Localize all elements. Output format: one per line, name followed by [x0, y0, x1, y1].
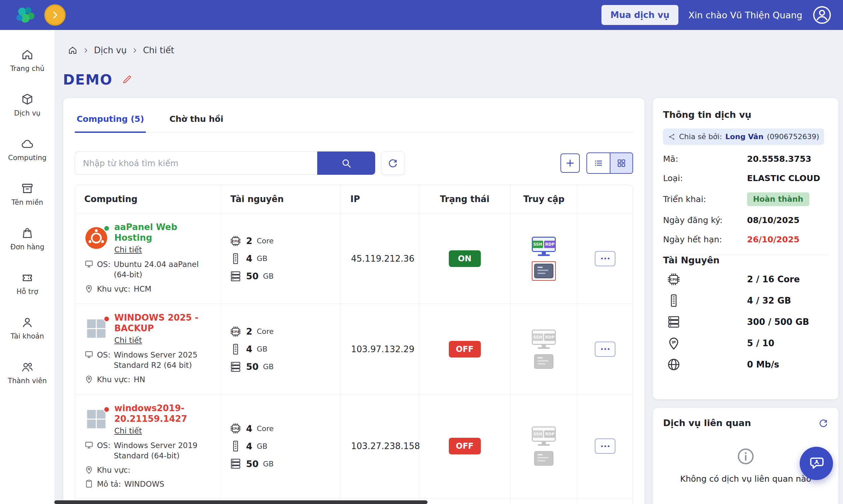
disk-icon [229, 457, 242, 470]
ram-unit: GB [257, 254, 267, 263]
vm-name-link[interactable]: WINDOWS 2025 - BACKUP [114, 312, 213, 334]
tab-label: Computing (5) [76, 114, 144, 124]
archive-icon [21, 182, 34, 195]
disk-quota: 300 / 500 GB [747, 317, 809, 327]
buy-service-button[interactable]: Mua dịch vụ [601, 5, 678, 25]
services-table: Computing Tài nguyên IP Trạng thái Truy … [75, 185, 633, 504]
ram-icon [229, 252, 242, 265]
field-label: Loại: [663, 174, 747, 183]
vm-detail-link[interactable]: Chi tiết [114, 427, 142, 435]
chat-support-button[interactable] [800, 447, 833, 480]
os-value: Windows Server 2025 Standard R2 (64 bit) [114, 350, 212, 371]
list-view-button[interactable] [587, 153, 610, 173]
vm-detail-link[interactable]: Chi tiết [114, 336, 142, 344]
edit-title-button[interactable] [121, 74, 133, 85]
bandwidth-quota: 0 Mb/s [747, 360, 779, 370]
search-input[interactable] [75, 151, 317, 175]
refresh-button[interactable] [381, 151, 405, 175]
vm-os-row: OS: Windows Server 2025 Standard R2 (64 … [84, 350, 213, 371]
bag-icon [21, 227, 34, 240]
right-column: Thông tin dịch vụ Chia sẻ bởi: Long Vân … [653, 98, 839, 504]
status-badge: ON [449, 250, 481, 267]
tab-cho-thu-hoi[interactable]: Chờ thu hồi [167, 107, 225, 132]
cpu-value: 4 [246, 424, 253, 434]
search-icon [341, 158, 352, 169]
avatar-icon [812, 5, 832, 25]
service-info-title: Thông tin dịch vụ [663, 109, 828, 120]
tab-computing[interactable]: Computing (5) [75, 107, 146, 132]
resource-row: 4 / 32 GB [663, 293, 828, 308]
row-actions-button[interactable] [595, 342, 615, 357]
deployment-status-badge: Hoàn thành [747, 193, 809, 206]
topbar: Mua dịch vụ Xin chào Vũ Thiện Quang [0, 0, 843, 30]
ssh-rdp-access-icon[interactable]: SSHRDP [532, 237, 556, 256]
breadcrumb: Dịch vụ Chi tiết [63, 43, 839, 57]
vm-name-link[interactable]: aaPanel Web Hosting [114, 222, 213, 243]
breadcrumb-item-chi-tiet: Chi tiết [143, 45, 174, 55]
sidebar-item-ho-tro[interactable]: Hỗ trợ [0, 261, 55, 306]
table-row: WINDOWS 2025 - BACKUP Chi tiết OS: Windo… [75, 304, 633, 394]
monitor-icon [84, 440, 93, 450]
column-header-resources: Tài nguyên [221, 185, 341, 213]
access-cell: SSHRDP [511, 304, 578, 394]
ip-pin-icon [666, 336, 681, 350]
console-access-icon-disabled [534, 451, 553, 466]
table-row: windows2019-20.21159.1427 Chi tiết OS: W… [75, 394, 633, 498]
sidebar-item-computing[interactable]: Computing [0, 127, 55, 172]
field-row: Triển khai: Hoàn thành [663, 193, 828, 206]
grid-view-button[interactable] [610, 153, 632, 173]
field-row: Loại: ELASTIC CLOUD [663, 173, 828, 183]
breadcrumb-separator-icon [132, 47, 138, 54]
ssh-rdp-access-icon-disabled: SSHRDP [532, 427, 556, 446]
related-empty-message: Không có dịch vụ liên quan nào [680, 474, 811, 484]
vm-detail-link[interactable]: Chi tiết [114, 245, 142, 254]
list-view-icon [593, 158, 603, 168]
table-toolbar [75, 151, 633, 175]
view-toggle [586, 152, 633, 174]
shared-by-badge: Chia sẻ bởi: Long Vân (0906752639) [663, 128, 824, 145]
user-icon [21, 316, 34, 329]
vm-name-link[interactable]: windows2019-20.21159.1427 [114, 403, 213, 424]
user-greeting: Xin chào Vũ Thiện Quang [688, 10, 802, 20]
row-actions-button[interactable] [595, 251, 615, 266]
field-row: Ngày đăng ký: 08/10/2025 [663, 215, 828, 226]
os-label: OS: [97, 259, 110, 270]
console-icon [534, 264, 553, 278]
sidebar-item-dich-vu[interactable]: Dịch vụ [0, 83, 55, 127]
location-pin-icon [84, 465, 93, 474]
breadcrumb-home-icon[interactable] [68, 45, 78, 55]
sidebar-item-ten-mien[interactable]: Tên miền [0, 172, 55, 216]
access-cell: SSHRDP [511, 213, 578, 304]
disk-unit: GB [263, 460, 274, 468]
users-icon [21, 360, 34, 374]
sidebar-toggle-button[interactable] [44, 4, 66, 25]
refresh-icon [388, 158, 398, 168]
sidebar-item-don-hang[interactable]: Đơn hàng [0, 216, 55, 261]
add-button[interactable] [561, 154, 580, 173]
related-refresh-button[interactable] [818, 418, 828, 428]
column-header-actions [578, 185, 633, 213]
refresh-icon [818, 418, 828, 428]
power-status-dot [103, 406, 110, 413]
sidebar-item-thanh-vien[interactable]: Thành viên [0, 350, 55, 395]
ram-value: 4 [246, 253, 253, 264]
user-avatar[interactable] [812, 5, 832, 25]
console-access-icon-selected[interactable] [532, 261, 556, 281]
ssh-rdp-access-icon-disabled: SSHRDP [532, 329, 556, 349]
disk-unit: GB [263, 272, 274, 280]
sidebar-item-label: Tên miền [11, 199, 43, 206]
breadcrumb-separator-icon [83, 47, 89, 54]
services-panel: Computing (5) Chờ thu hồi Computing [63, 98, 645, 504]
vm-ip: 103.27.238.158 [351, 441, 420, 451]
resources-cell: 2Core 4GB 50GB [221, 213, 341, 304]
sidebar-item-tai-khoan[interactable]: Tài khoản [0, 306, 55, 350]
sidebar-item-label: Computing [8, 154, 46, 162]
row-actions-button[interactable] [595, 438, 615, 454]
sidebar-item-trang-chu[interactable]: Trang chủ [0, 38, 55, 83]
ssh-tag: SSH [532, 430, 543, 438]
breadcrumb-item-dich-vu[interactable]: Dịch vụ [94, 45, 126, 55]
sidebar: Trang chủ Dịch vụ Computing Tên miền Đơn… [0, 30, 55, 504]
horizontal-scrollbar[interactable] [54, 500, 428, 504]
search-button[interactable] [317, 151, 375, 175]
share-icon [668, 133, 676, 141]
